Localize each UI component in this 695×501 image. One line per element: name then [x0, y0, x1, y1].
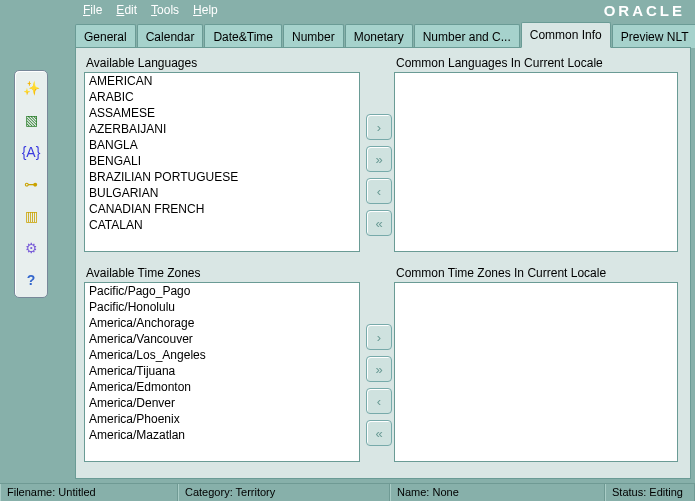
tab-number[interactable]: Number: [283, 24, 344, 48]
move-all-right-button[interactable]: »: [366, 356, 392, 382]
menu-tools[interactable]: Tools: [151, 3, 179, 17]
list-item[interactable]: ASSAMESE: [85, 105, 359, 121]
tab-number-and-c[interactable]: Number and C...: [414, 24, 520, 48]
shuttle-timezones: › » ‹ «: [364, 324, 394, 446]
list-item[interactable]: America/Edmonton: [85, 379, 359, 395]
tool-brace-icon[interactable]: {A}: [20, 141, 42, 163]
label-available-languages: Available Languages: [84, 56, 360, 70]
listbox-available-timezones[interactable]: Pacific/Pago_PagoPacific/HonoluluAmerica…: [84, 282, 360, 462]
tool-map-icon[interactable]: ▧: [20, 109, 42, 131]
tool-key-icon[interactable]: ⊶: [20, 173, 42, 195]
tab-panel-common-info: Available Languages AMERICANARABICASSAME…: [75, 47, 691, 479]
tool-gear-icon[interactable]: ⚙: [20, 237, 42, 259]
brand-logo: ORACLE: [604, 2, 685, 19]
menu-help[interactable]: Help: [193, 3, 218, 17]
list-item[interactable]: BANGLA: [85, 137, 359, 153]
label-available-timezones: Available Time Zones: [84, 266, 360, 280]
move-left-button[interactable]: ‹: [366, 388, 392, 414]
list-item[interactable]: America/Anchorage: [85, 315, 359, 331]
list-item[interactable]: Pacific/Honolulu: [85, 299, 359, 315]
list-item[interactable]: America/Vancouver: [85, 331, 359, 347]
listbox-common-languages[interactable]: [394, 72, 678, 252]
tab-monetary[interactable]: Monetary: [345, 24, 413, 48]
list-item[interactable]: America/Mazatlan: [85, 427, 359, 443]
list-item[interactable]: AZERBAIJANI: [85, 121, 359, 137]
list-item[interactable]: America/Los_Angeles: [85, 347, 359, 363]
tab-preview-nlt[interactable]: Preview NLT: [612, 24, 695, 48]
list-item[interactable]: BRAZILIAN PORTUGUESE: [85, 169, 359, 185]
menu-edit[interactable]: Edit: [116, 3, 137, 17]
move-right-button[interactable]: ›: [366, 114, 392, 140]
tab-general[interactable]: General: [75, 24, 136, 48]
list-item[interactable]: Pacific/Pago_Pago: [85, 283, 359, 299]
label-common-timezones: Common Time Zones In Current Locale: [394, 266, 678, 280]
list-item[interactable]: CATALAN: [85, 217, 359, 233]
move-all-left-button[interactable]: «: [366, 420, 392, 446]
listbox-common-timezones[interactable]: [394, 282, 678, 462]
list-item[interactable]: America/Tijuana: [85, 363, 359, 379]
tool-wand-icon[interactable]: ✨: [20, 77, 42, 99]
list-item[interactable]: AMERICAN: [85, 73, 359, 89]
list-item[interactable]: America/Denver: [85, 395, 359, 411]
tab-calendar[interactable]: Calendar: [137, 24, 204, 48]
tab-date-time[interactable]: Date&Time: [204, 24, 282, 48]
list-item[interactable]: ARABIC: [85, 89, 359, 105]
status-category: Category: Territory: [178, 484, 390, 501]
list-item[interactable]: BENGALI: [85, 153, 359, 169]
tool-book-icon[interactable]: ▥: [20, 205, 42, 227]
tab-strip: GeneralCalendarDate&TimeNumberMonetaryNu…: [75, 22, 691, 48]
move-all-left-button[interactable]: «: [366, 210, 392, 236]
vertical-toolbar: ✨ ▧ {A} ⊶ ▥ ⚙ ?: [14, 70, 48, 298]
status-filename: Filename: Untitled: [0, 484, 178, 501]
tab-common-info[interactable]: Common Info: [521, 22, 611, 48]
tool-help-icon[interactable]: ?: [20, 269, 42, 291]
status-state: Status: Editing: [605, 484, 695, 501]
menu-file[interactable]: File: [83, 3, 102, 17]
list-item[interactable]: CANADIAN FRENCH: [85, 201, 359, 217]
move-left-button[interactable]: ‹: [366, 178, 392, 204]
status-name: Name: None: [390, 484, 605, 501]
list-item[interactable]: America/Phoenix: [85, 411, 359, 427]
move-all-right-button[interactable]: »: [366, 146, 392, 172]
label-common-languages: Common Languages In Current Locale: [394, 56, 678, 70]
shuttle-languages: › » ‹ «: [364, 114, 394, 236]
move-right-button[interactable]: ›: [366, 324, 392, 350]
list-item[interactable]: BULGARIAN: [85, 185, 359, 201]
menu-bar: File Edit Tools Help: [75, 0, 695, 20]
listbox-available-languages[interactable]: AMERICANARABICASSAMESEAZERBAIJANIBANGLAB…: [84, 72, 360, 252]
status-bar: Filename: Untitled Category: Territory N…: [0, 483, 695, 501]
